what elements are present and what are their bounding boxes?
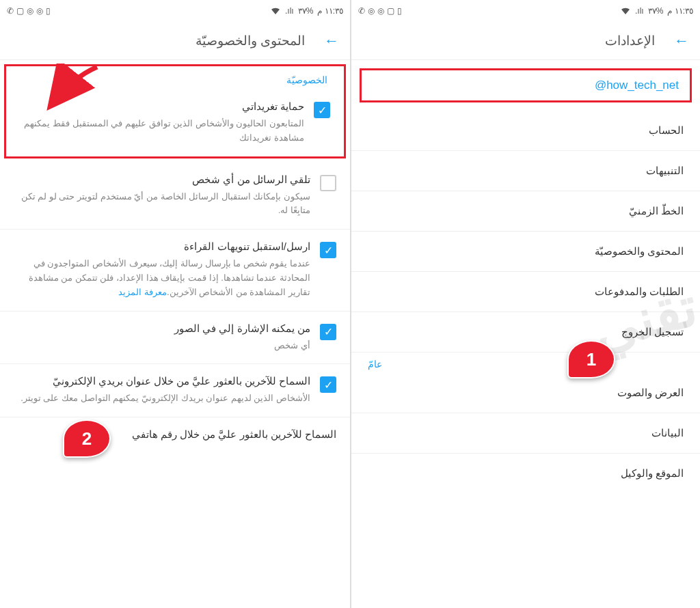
- whatsapp-icon: ✆: [358, 6, 365, 16]
- checkbox-protect-tweets[interactable]: ✓: [314, 102, 330, 118]
- status-bar: ١١:٣٥ م %٣٧ ılı. ▯ ◎ ◎ ▢ ✆: [0, 0, 350, 22]
- status-time: ١١:٣٥ م: [667, 6, 693, 16]
- menu-content-privacy[interactable]: المحتوى والخصوصيّة: [351, 232, 700, 272]
- setting-receive-dm[interactable]: تلقي الرسائل من أي شخص سيكون بإمكانك است…: [0, 163, 350, 230]
- checkbox-receive-dm[interactable]: [320, 175, 336, 191]
- status-battery: %٣٧: [298, 6, 314, 16]
- setting-desc: سيكون بإمكانك استقبال الرسائل الخاصة من …: [14, 190, 310, 219]
- status-bar: ١١:٣٥ م %٣٧ ılı. ▯ ▢ ◎ ◎ ✆: [351, 0, 700, 22]
- checkbox-read-receipts[interactable]: ✓: [320, 242, 336, 258]
- menu-display-sound[interactable]: العرض والصوت: [351, 373, 700, 413]
- gallery-icon: ▢: [387, 6, 394, 16]
- menu-notifications[interactable]: التنبيهات: [351, 151, 700, 191]
- signal-icon: ılı.: [635, 6, 644, 16]
- status-battery: %٣٧: [648, 6, 664, 16]
- status-icons: ▯ ▢ ◎ ◎ ✆: [358, 6, 402, 16]
- setting-title: حماية تغريداتي: [20, 100, 304, 113]
- camera-icon: ◎: [27, 6, 33, 16]
- sim-icon: ▯: [397, 6, 402, 16]
- wifi-icon: [620, 5, 631, 18]
- phone-left-settings: ١١:٣٥ م %٣٧ ılı. ▯ ▢ ◎ ◎ ✆ ← الإعدادات @…: [350, 0, 700, 608]
- menu-location-proxy[interactable]: الموقع والوكيل: [351, 454, 700, 493]
- checkbox-photo-tagging[interactable]: ✓: [320, 324, 336, 340]
- setting-title: السماح للآخرين بالعثور عليَّ من خلال رقم…: [14, 428, 336, 441]
- gallery-icon: ▢: [16, 6, 24, 16]
- section-label-privacy: الخصوصيّة: [6, 66, 344, 89]
- username-link[interactable]: @how_tech_net: [595, 79, 679, 92]
- menu-timeline[interactable]: الخطّ الزمنيّ: [351, 191, 700, 232]
- learn-more-link[interactable]: معرفة المزيد: [118, 287, 167, 297]
- whatsapp-icon: ✆: [7, 6, 14, 16]
- header: ← الإعدادات: [351, 22, 700, 60]
- status-time: ١١:٣٥ م: [317, 6, 343, 16]
- setting-title: تلقي الرسائل من أي شخص: [14, 174, 310, 186]
- setting-title: ارسل/استقبل تنويهات القراءة: [14, 240, 310, 253]
- header: ← المحتوى والخصوصيّة: [0, 22, 350, 60]
- menu-orders-payments[interactable]: الطلبات والمدفوعات: [351, 272, 700, 312]
- setting-desc: أي شخص: [14, 339, 310, 353]
- menu-logout[interactable]: تسجيل الخروج: [351, 312, 700, 353]
- setting-photo-tagging[interactable]: ✓ من يمكنه الإشارة إلي في الصور أي شخص: [0, 312, 350, 365]
- setting-desc: المتابعون الحاليون والأشخاص الذين توافق …: [20, 117, 304, 146]
- status-icons: ▯ ◎ ◎ ▢ ✆: [7, 6, 51, 16]
- menu-account[interactable]: الحساب: [351, 111, 700, 151]
- checkbox-find-by-email[interactable]: ✓: [320, 376, 336, 393]
- step-badge-2: 2: [63, 419, 111, 458]
- setting-find-by-phone[interactable]: السماح للآخرين بالعثور عليَّ من خلال رقم…: [0, 417, 350, 456]
- protect-tweets-highlight: الخصوصيّة ✓ حماية تغريداتي المتابعون الح…: [4, 64, 346, 158]
- back-arrow-icon[interactable]: ←: [674, 32, 689, 50]
- instagram-icon: ◎: [36, 6, 43, 16]
- setting-desc: الأشخاص الذين لديهم عنوان بريدك الإلكترو…: [14, 391, 310, 406]
- setting-title: السماح للآخرين بالعثور عليَّ من خلال عنو…: [14, 375, 310, 387]
- instagram-icon: ◎: [377, 6, 384, 16]
- sim-icon: ▯: [46, 6, 51, 16]
- camera-icon: ◎: [368, 6, 375, 16]
- status-time-battery: ١١:٣٥ م %٣٧ ılı.: [270, 5, 343, 18]
- section-label-general: عامّ: [351, 353, 700, 373]
- username-highlight: @how_tech_net: [360, 68, 692, 102]
- setting-protect-tweets[interactable]: ✓ حماية تغريداتي المتابعون الحاليون والأ…: [6, 89, 344, 156]
- signal-icon: ılı.: [285, 6, 294, 16]
- setting-title: من يمكنه الإشارة إلي في الصور: [14, 322, 310, 335]
- step-badge-1: 1: [567, 340, 615, 378]
- status-time-battery: ١١:٣٥ م %٣٧ ılı.: [620, 5, 693, 18]
- page-title: المحتوى والخصوصيّة: [196, 33, 305, 49]
- setting-read-receipts[interactable]: ✓ ارسل/استقبل تنويهات القراءة عندما يقوم…: [0, 230, 350, 311]
- setting-desc: عندما يقوم شخص ما بإرسال رسالة إليك، سيع…: [14, 257, 310, 299]
- setting-find-by-email[interactable]: ✓ السماح للآخرين بالعثور عليَّ من خلال ع…: [0, 364, 350, 417]
- wifi-icon: [270, 5, 281, 18]
- back-arrow-icon[interactable]: ←: [324, 32, 339, 50]
- phone-right-privacy: ١١:٣٥ م %٣٧ ılı. ▯ ◎ ◎ ▢ ✆ ← المحتوى وال…: [0, 0, 350, 608]
- page-title: الإعدادات: [605, 33, 655, 49]
- menu-data[interactable]: البيانات: [351, 413, 700, 454]
